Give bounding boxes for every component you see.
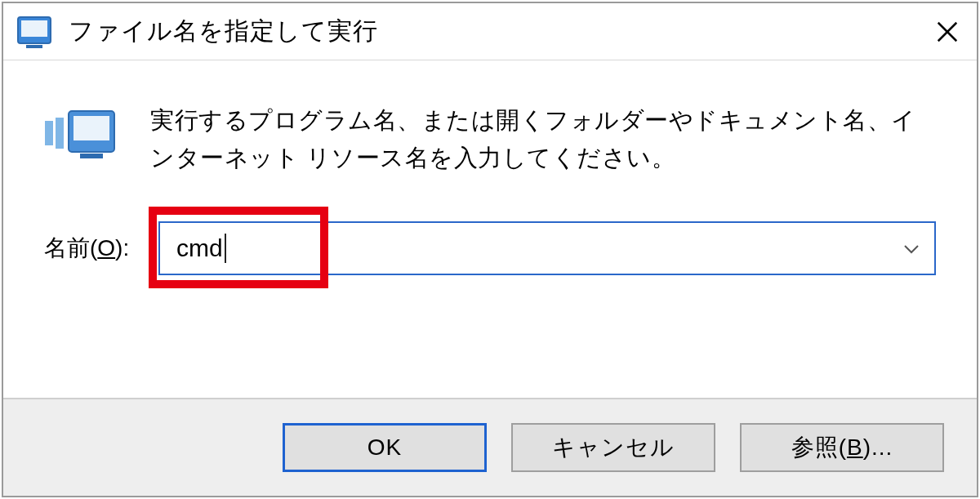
open-label: 名前(O): — [44, 233, 158, 264]
open-combobox[interactable]: cmd — [158, 221, 936, 275]
run-icon — [44, 105, 118, 162]
ok-button[interactable]: OK — [283, 423, 487, 472]
open-label-suffix: ): — [115, 235, 129, 261]
dialog-footer: OK キャンセル 参照(B)... — [3, 398, 977, 496]
titlebar: ファイル名を指定して実行 — [3, 3, 977, 60]
browse-prefix: 参照( — [791, 432, 847, 463]
description-text: 実行するプログラム名、または開くフォルダーやドキュメント名、インターネット リソ… — [150, 101, 936, 177]
ok-button-label: OK — [368, 434, 402, 461]
svg-rect-6 — [56, 118, 64, 149]
run-dialog-window: ファイル名を指定して実行 実行するプログラム名、または開くフォルダーやドキュメン… — [2, 2, 978, 497]
svg-rect-5 — [45, 121, 53, 145]
browse-button[interactable]: 参照(B)... — [740, 423, 944, 472]
chevron-down-icon[interactable] — [903, 238, 920, 259]
open-label-prefix: 名前( — [44, 235, 97, 261]
browse-accel: B — [847, 434, 863, 461]
open-label-accel: O — [97, 235, 115, 261]
dialog-body: 実行するプログラム名、または開くフォルダーやドキュメント名、インターネット リソ… — [3, 60, 977, 398]
cancel-button[interactable]: キャンセル — [511, 423, 715, 472]
close-icon[interactable] — [924, 9, 970, 55]
svg-rect-9 — [80, 154, 103, 158]
browse-suffix: )... — [863, 434, 893, 461]
run-title-icon — [15, 12, 54, 51]
open-input-value: cmd — [176, 234, 223, 262]
svg-rect-2 — [26, 45, 42, 48]
text-caret — [225, 234, 231, 263]
window-title: ファイル名を指定して実行 — [69, 15, 924, 48]
svg-rect-1 — [21, 20, 47, 37]
svg-rect-8 — [74, 116, 109, 140]
cancel-button-label: キャンセル — [552, 432, 675, 463]
